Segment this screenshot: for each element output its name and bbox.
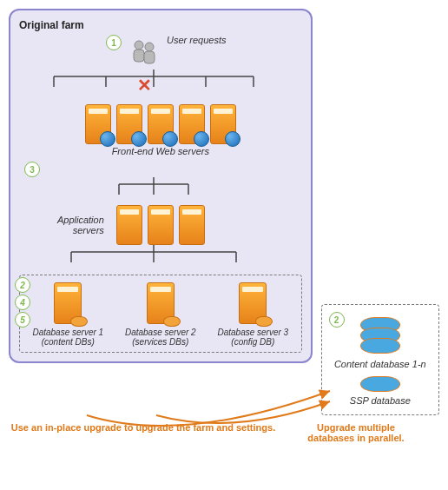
db1-step-stack: 2 4 5 [15, 277, 30, 328]
db2-label: Database server 2 (services DBs) [118, 328, 204, 347]
globe-icon [162, 131, 178, 147]
database-server-group: 2 4 5 Database server 1 (content DBs) Da… [19, 275, 302, 353]
web-server-row [19, 104, 302, 144]
user-requests-label: User requests [167, 35, 226, 45]
globe-icon [100, 131, 115, 147]
app-servers-label: Application servers [26, 215, 104, 235]
blocked-x-icon: ✕ [137, 75, 152, 96]
server-icon [147, 282, 175, 324]
connector-web-to-app [19, 177, 288, 203]
users-icon [128, 38, 160, 68]
globe-icon [131, 131, 147, 147]
svg-point-2 [145, 43, 154, 51]
original-farm-panel: Original farm 1 ✕ User requests [9, 9, 313, 363]
step-5-badge: 5 [15, 312, 30, 328]
database-cylinder-icon [360, 338, 400, 354]
content-db-label: Content database 1-n [329, 359, 432, 369]
server-icon [54, 282, 82, 324]
web-server [116, 104, 142, 144]
app-server [148, 205, 174, 245]
step-1-badge: 1 [106, 35, 122, 50]
connector-app-to-db [19, 245, 288, 268]
svg-point-0 [135, 41, 143, 50]
step-2-badge: 2 [329, 312, 345, 328]
parallel-db-panel: 2 Content database 1-n SSP database [321, 304, 439, 415]
web-server [85, 104, 111, 144]
ssp-db-label: SSP database [329, 395, 432, 406]
database-cylinder-icon [360, 376, 400, 392]
connector-users-to-web [19, 70, 288, 96]
web-server [148, 104, 174, 144]
globe-icon [194, 131, 209, 147]
step-3-badge: 3 [24, 162, 40, 177]
db3-label: Database server 3 (config DB) [210, 328, 296, 347]
globe-icon [225, 131, 240, 147]
db-server-2: Database server 2 (services DBs) [118, 282, 204, 347]
app-server-row [116, 205, 205, 245]
server-icon [239, 282, 267, 324]
web-server [210, 104, 236, 144]
db1-label: Database server 1 (content DBs) [25, 328, 111, 347]
farm-title: Original farm [19, 19, 302, 31]
svg-rect-3 [144, 51, 155, 63]
step-4-badge: 4 [15, 295, 30, 310]
db-server-1: 2 4 5 Database server 1 (content DBs) [25, 282, 111, 347]
user-requests: ✕ [128, 38, 160, 70]
db-server-3: Database server 3 (config DB) [210, 282, 296, 347]
web-server [179, 104, 205, 144]
svg-rect-1 [134, 50, 144, 62]
caption-left: Use an in-place upgrade to upgrade the f… [9, 422, 278, 443]
app-server [179, 205, 205, 245]
caption-right: Upgrade multiple databases in parallel. [295, 422, 417, 443]
app-server [116, 205, 142, 245]
step-2-badge: 2 [15, 277, 30, 293]
web-servers-label: Front-end Web servers [19, 146, 302, 156]
